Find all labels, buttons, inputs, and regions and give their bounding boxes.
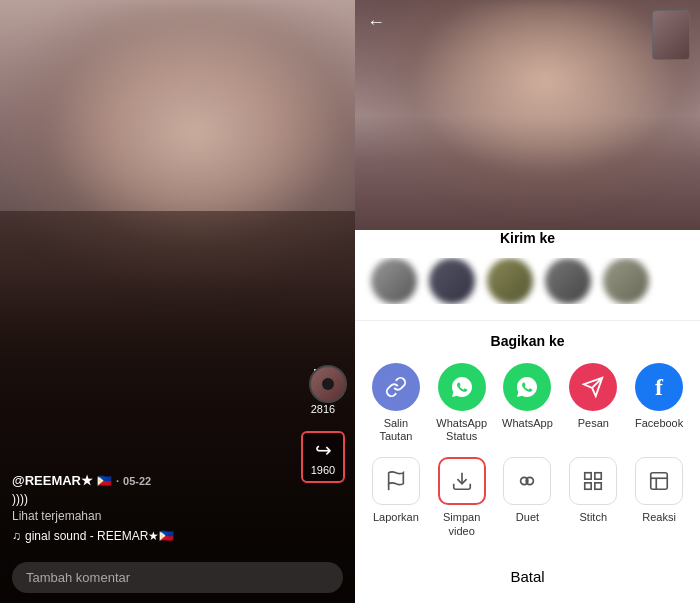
contacts-row[interactable] xyxy=(355,258,700,304)
music-text: ginal sound - REEMAR★🇵🇭 xyxy=(25,529,174,543)
profile-thumbnail[interactable] xyxy=(652,10,690,60)
right-panel: ← Kirim ke Bagikan ke xyxy=(355,0,700,603)
facebook-icon: f xyxy=(635,363,683,411)
simpan-video-label: Simpan video xyxy=(432,511,492,537)
share-item-stitch[interactable]: Stitch xyxy=(563,457,623,537)
reaksi-icon xyxy=(635,457,683,505)
music-note: ♫ xyxy=(12,529,21,543)
creator-info: @REEMAR★ 🇵🇭 · 05-22 )))) Lihat terjemaha… xyxy=(12,473,300,543)
contact-avatar[interactable] xyxy=(603,258,649,304)
translate-link[interactable]: Lihat terjemahan xyxy=(12,509,300,523)
laporkan-label: Laporkan xyxy=(373,511,419,524)
share-row-2: Laporkan Simpan video xyxy=(363,457,692,537)
share-to-title: Bagikan ke xyxy=(355,333,700,349)
contact-avatar[interactable] xyxy=(545,258,591,304)
username-text: @REEMAR★ xyxy=(12,473,93,488)
svg-rect-5 xyxy=(595,473,601,479)
svg-rect-6 xyxy=(585,483,591,489)
share-item-facebook[interactable]: f Facebook xyxy=(629,363,689,443)
share-item-salin-tautan[interactable]: Salin Tautan xyxy=(366,363,426,443)
facebook-label: Facebook xyxy=(635,417,683,430)
wa-status-label: WhatsApp Status xyxy=(432,417,492,443)
svg-rect-8 xyxy=(651,473,668,490)
link-icon xyxy=(372,363,420,411)
share-item-pesan[interactable]: Pesan xyxy=(563,363,623,443)
share-item-simpan-video[interactable]: Simpan video xyxy=(432,457,492,537)
cancel-button[interactable]: Batal xyxy=(355,556,700,597)
username: @REEMAR★ 🇵🇭 · 05-22 xyxy=(12,473,300,488)
back-button[interactable]: ← xyxy=(367,12,385,33)
music-info: ♫ ginal sound - REEMAR★🇵🇭 xyxy=(12,529,300,543)
pesan-label: Pesan xyxy=(578,417,609,430)
right-video-bg: ← xyxy=(355,0,700,230)
share-item-wa-status[interactable]: WhatsApp Status xyxy=(432,363,492,443)
salin-tautan-label: Salin Tautan xyxy=(366,417,426,443)
share-icon: ↪ xyxy=(315,438,332,462)
contact-avatar[interactable] xyxy=(429,258,475,304)
music-disc[interactable] xyxy=(309,365,347,403)
wa-status-icon xyxy=(438,363,486,411)
send-to-title: Kirim ke xyxy=(355,230,700,246)
share-item-reaksi[interactable]: Reaksi xyxy=(629,457,689,537)
date: 05-22 xyxy=(123,475,151,487)
contact-avatar[interactable] xyxy=(371,258,417,304)
laporkan-icon xyxy=(372,457,420,505)
sound-indicator: )))) xyxy=(12,492,300,506)
stitch-icon xyxy=(569,457,617,505)
comment-input[interactable]: Tambah komentar xyxy=(12,562,343,593)
svg-rect-7 xyxy=(595,483,601,489)
left-video-panel: ··· 2816 ↪ 1960 @REEMAR★ 🇵🇭 · 05-22 ))))… xyxy=(0,0,355,603)
svg-rect-4 xyxy=(585,473,591,479)
duet-icon xyxy=(503,457,551,505)
contact-avatar[interactable] xyxy=(487,258,533,304)
separator: · xyxy=(116,475,119,487)
simpan-video-icon xyxy=(438,457,486,505)
share-item-wa[interactable]: WhatsApp xyxy=(497,363,557,443)
share-row-1: Salin Tautan WhatsApp Status xyxy=(363,363,692,443)
duet-label: Duet xyxy=(516,511,539,524)
view-count: 2816 xyxy=(311,403,335,415)
share-bottom-sheet: Kirim ke Bagikan ke xyxy=(355,214,700,603)
stitch-label: Stitch xyxy=(580,511,608,524)
right-face xyxy=(355,0,700,230)
flag: 🇵🇭 xyxy=(97,474,112,488)
wa-icon xyxy=(503,363,551,411)
left-ui-overlay: ··· 2816 ↪ 1960 @REEMAR★ 🇵🇭 · 05-22 ))))… xyxy=(0,0,355,603)
divider xyxy=(355,320,700,321)
pesan-icon xyxy=(569,363,617,411)
reaksi-label: Reaksi xyxy=(642,511,676,524)
share-options-grid: Salin Tautan WhatsApp Status xyxy=(355,363,700,552)
share-item-laporkan[interactable]: Laporkan xyxy=(366,457,426,537)
disc-center xyxy=(322,378,334,390)
share-count: 1960 xyxy=(311,464,335,476)
share-item-duet[interactable]: Duet xyxy=(497,457,557,537)
wa-label: WhatsApp xyxy=(502,417,553,430)
share-button[interactable]: ↪ 1960 xyxy=(301,431,345,483)
